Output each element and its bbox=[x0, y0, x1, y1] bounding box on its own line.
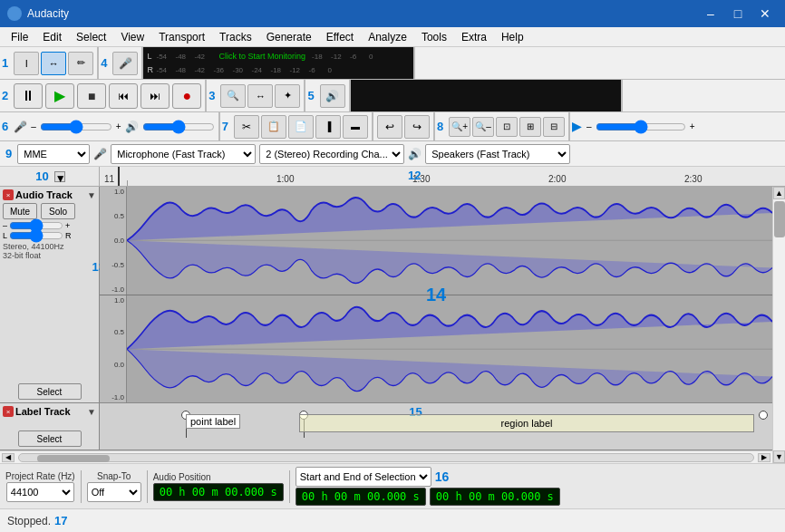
scrollbar-track[interactable] bbox=[18, 453, 754, 462]
tool-envelope[interactable]: ↔ bbox=[41, 52, 66, 75]
region-end-handle[interactable] bbox=[759, 411, 768, 420]
vertical-scrollbar: ▲ ▼ bbox=[772, 187, 785, 463]
minimize-button[interactable]: – bbox=[698, 1, 723, 26]
speaker-meter-btn[interactable]: 🔊 bbox=[320, 84, 345, 108]
label-track-content: 15 point label region label bbox=[100, 403, 772, 450]
mic-meter-btn[interactable]: 🎤 bbox=[112, 52, 138, 75]
region-label-box[interactable]: region label bbox=[299, 414, 754, 432]
point-label-text[interactable]: point label bbox=[186, 414, 240, 429]
label-track-header: × Label Track ▼ Select bbox=[0, 403, 100, 450]
title-bar-left: Audacity bbox=[7, 6, 69, 21]
status-bar: Stopped. 17 bbox=[0, 508, 785, 532]
toolbar-label-2: 2 bbox=[0, 89, 10, 102]
zoom-in-button[interactable]: 🔍+ bbox=[449, 117, 470, 137]
scale-zero-2: 0.0 bbox=[102, 361, 124, 369]
device-row: 9 MME 🎤 Microphone (Fast Track) 2 (Stere… bbox=[0, 141, 785, 167]
menu-tools[interactable]: Tools bbox=[414, 29, 454, 45]
vol-minus: – bbox=[31, 121, 36, 131]
play-button[interactable]: ▶ bbox=[45, 83, 74, 109]
skip-back-button[interactable]: ⏮ bbox=[109, 83, 138, 109]
app-icon bbox=[7, 6, 22, 21]
speaker-select[interactable]: Speakers (Fast Track) bbox=[425, 144, 570, 164]
mute-button[interactable]: Mute bbox=[3, 203, 37, 219]
bottom-controls: Project Rate (Hz) 44100 Snap-To Off Audi… bbox=[0, 463, 785, 508]
pause-button[interactable]: ⏸ bbox=[14, 83, 43, 109]
menu-generate[interactable]: Generate bbox=[259, 29, 319, 45]
label-track-select-button[interactable]: Select bbox=[18, 430, 82, 447]
divider-1 bbox=[81, 470, 82, 503]
menu-view[interactable]: View bbox=[113, 29, 151, 45]
v-scrollbar-thumb[interactable] bbox=[774, 201, 785, 237]
menu-file[interactable]: File bbox=[4, 29, 35, 45]
click-monitor[interactable]: Click to Start Monitoring bbox=[213, 52, 311, 61]
undo-button[interactable]: ↩ bbox=[377, 115, 402, 139]
project-rate-select[interactable]: 44100 bbox=[6, 482, 74, 502]
tool-zoom[interactable]: 🔍 bbox=[220, 84, 246, 108]
toolbar-label-8: 8 bbox=[435, 120, 445, 133]
scroll-left-button[interactable]: ◀ bbox=[2, 453, 15, 462]
y-scale-1: 1.0 0.5 0.0 -0.5 -1.0 bbox=[100, 187, 127, 295]
scrollbar-thumb[interactable] bbox=[37, 455, 110, 462]
scroll-down-button[interactable]: ▼ bbox=[773, 450, 785, 463]
audio-position-display[interactable]: 00 h 00 m 00.000 s bbox=[153, 483, 284, 501]
selection-start-display[interactable]: 00 h 00 m 00.000 s bbox=[296, 488, 426, 506]
cut-button[interactable]: ✂ bbox=[234, 115, 259, 139]
speed-plus: + bbox=[690, 121, 695, 131]
host-select[interactable]: MME bbox=[17, 144, 90, 164]
close-button[interactable]: ✕ bbox=[752, 1, 778, 26]
zoom-fit-button[interactable]: ⊡ bbox=[496, 117, 518, 137]
speaker-icon: 🔊 bbox=[125, 121, 139, 133]
vol-plus: + bbox=[116, 121, 121, 131]
menu-effect[interactable]: Effect bbox=[319, 29, 361, 45]
audio-track-select-button[interactable]: Select bbox=[18, 383, 82, 400]
record-button[interactable]: ● bbox=[172, 83, 201, 109]
playback-speed-slider[interactable] bbox=[596, 123, 686, 131]
scroll-up-button[interactable]: ▲ bbox=[773, 187, 785, 199]
menu-select[interactable]: Select bbox=[69, 29, 113, 45]
selection-mode-select[interactable]: Start and End of Selection bbox=[296, 467, 431, 487]
snap-to-select[interactable]: Off bbox=[87, 482, 141, 502]
waveform-area: 14 1.0 0.5 0.0 -0.5 -1.0 bbox=[100, 187, 772, 402]
microphone-select[interactable]: Microphone (Fast Track) bbox=[111, 144, 256, 164]
sel-end-text: 00 h 00 m 00.000 s bbox=[436, 490, 554, 503]
audio-pos-text: 00 h 00 m 00.000 s bbox=[160, 486, 277, 498]
audio-track-close[interactable]: × bbox=[3, 189, 14, 200]
audio-position-label: Audio Position bbox=[153, 472, 284, 482]
trim-button[interactable]: ▐ bbox=[315, 115, 341, 139]
audio-track-expand[interactable]: ▼ bbox=[87, 190, 96, 200]
menu-transport[interactable]: Transport bbox=[151, 29, 212, 45]
channel-select[interactable]: 2 (Stereo) Recording Cha... bbox=[259, 144, 404, 164]
copy-button[interactable]: 📋 bbox=[261, 115, 286, 139]
redo-button[interactable]: ↪ bbox=[404, 115, 430, 139]
menu-analyze[interactable]: Analyze bbox=[361, 29, 414, 45]
tool-timeshift[interactable]: ↔ bbox=[247, 84, 273, 108]
skip-fwd-button[interactable]: ⏭ bbox=[141, 83, 170, 109]
zoom-normal-button[interactable]: ⊟ bbox=[543, 117, 565, 137]
v-scroll-space bbox=[773, 239, 785, 450]
paste-button[interactable]: 📄 bbox=[288, 115, 314, 139]
solo-button[interactable]: Solo bbox=[41, 203, 75, 219]
fit-tracks-btn[interactable]: ▼ bbox=[54, 171, 65, 182]
zoom-selection-button[interactable]: ⊞ bbox=[519, 117, 541, 137]
menu-help[interactable]: Help bbox=[494, 29, 531, 45]
pan-slider[interactable] bbox=[9, 232, 63, 239]
tool-selection[interactable]: I bbox=[14, 52, 39, 75]
silence-button[interactable]: ▬ bbox=[343, 115, 368, 139]
label-track-close[interactable]: × bbox=[3, 406, 14, 417]
tool-multi[interactable]: ✦ bbox=[275, 84, 300, 108]
selection-end-display[interactable]: 00 h 00 m 00.000 s bbox=[430, 488, 560, 506]
menu-extra[interactable]: Extra bbox=[454, 29, 494, 45]
maximize-button[interactable]: □ bbox=[725, 1, 751, 26]
tool-draw[interactable]: ✏ bbox=[68, 52, 93, 75]
stop-button[interactable]: ■ bbox=[77, 83, 106, 109]
scale-mid-2: 0.5 bbox=[102, 328, 124, 336]
menu-tracks[interactable]: Tracks bbox=[212, 29, 259, 45]
menu-edit[interactable]: Edit bbox=[35, 29, 69, 45]
output-volume-slider[interactable] bbox=[142, 123, 215, 131]
zoom-out-button[interactable]: 🔍– bbox=[472, 117, 494, 137]
label-track-expand[interactable]: ▼ bbox=[87, 407, 96, 417]
input-volume-slider[interactable] bbox=[40, 123, 112, 131]
toolbar-label-10: 10 bbox=[34, 169, 50, 183]
scroll-right-button[interactable]: ▶ bbox=[758, 453, 770, 462]
ruler-tick-200: 2:00 bbox=[548, 174, 566, 184]
